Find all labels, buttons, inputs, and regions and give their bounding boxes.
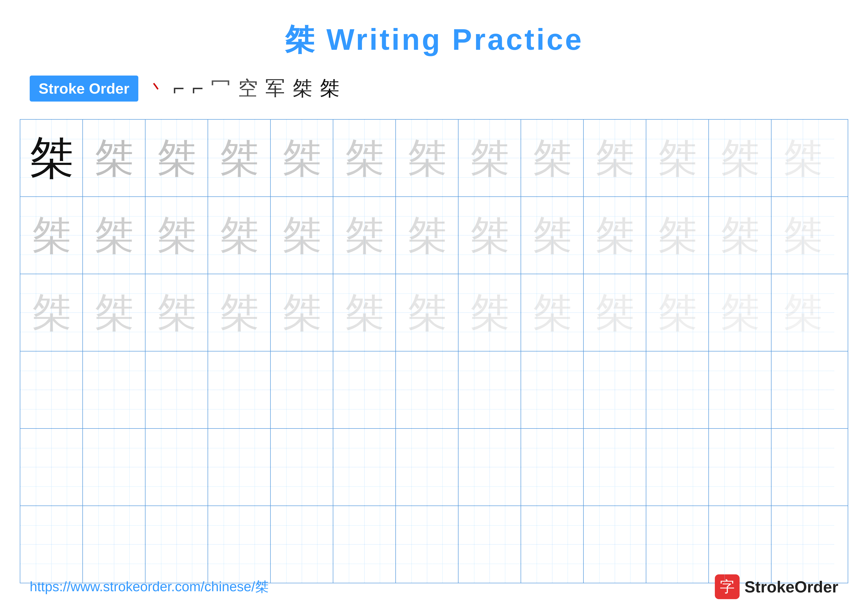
grid-cell[interactable]: 桀: [521, 274, 584, 351]
grid-cell[interactable]: [459, 351, 521, 428]
practice-character: 桀: [345, 216, 384, 255]
grid-cell[interactable]: [709, 351, 772, 428]
logo-icon: 字: [715, 574, 739, 599]
stroke-4: 冖: [211, 75, 231, 102]
grid-cell[interactable]: 桀: [459, 120, 521, 196]
grid-cell[interactable]: 桀: [584, 120, 646, 196]
grid-cell[interactable]: [396, 429, 459, 505]
grid-cell[interactable]: 桀: [396, 120, 459, 196]
grid-cell[interactable]: 桀: [333, 197, 396, 274]
grid-cell[interactable]: [208, 506, 271, 583]
grid-cell[interactable]: 桀: [146, 197, 208, 274]
grid-cell[interactable]: 桀: [83, 274, 146, 351]
grid-cell[interactable]: 桀: [584, 274, 646, 351]
grid-cell[interactable]: [146, 506, 208, 583]
grid-cell[interactable]: [521, 429, 584, 505]
practice-character: 桀: [720, 216, 760, 255]
grid-cell[interactable]: [709, 429, 772, 505]
grid-cell[interactable]: [521, 506, 584, 583]
grid-row: 桀 桀 桀 桀 桀: [20, 120, 848, 197]
grid-cell[interactable]: 桀: [83, 120, 146, 196]
grid-row: [20, 429, 848, 506]
grid-cell[interactable]: [709, 506, 772, 583]
grid-cell[interactable]: 桀: [271, 274, 333, 351]
practice-character: 桀: [32, 293, 71, 333]
grid-cell[interactable]: [396, 506, 459, 583]
grid-cell[interactable]: [584, 506, 646, 583]
grid-cell[interactable]: [333, 429, 396, 505]
grid-cell[interactable]: [146, 351, 208, 428]
grid-cell[interactable]: [772, 351, 834, 428]
grid-cell[interactable]: 桀: [20, 274, 83, 351]
stroke-3: ⌐: [192, 77, 204, 100]
grid-cell[interactable]: [20, 429, 83, 505]
grid-cell[interactable]: 桀: [772, 197, 834, 274]
grid-cell[interactable]: [20, 351, 83, 428]
grid-cell[interactable]: [646, 506, 709, 583]
grid-cell[interactable]: [396, 351, 459, 428]
grid-cell[interactable]: [271, 506, 333, 583]
grid-cell[interactable]: [459, 506, 521, 583]
grid-cell[interactable]: 桀: [709, 120, 772, 196]
grid-cell[interactable]: 桀: [333, 274, 396, 351]
grid-cell[interactable]: [584, 351, 646, 428]
grid-cell[interactable]: 桀: [772, 274, 834, 351]
grid-cell[interactable]: [20, 506, 83, 583]
practice-character: 桀: [29, 136, 74, 180]
practice-character: 桀: [94, 216, 134, 255]
grid-cell[interactable]: [584, 429, 646, 505]
grid-cell[interactable]: [83, 506, 146, 583]
grid-cell[interactable]: [646, 351, 709, 428]
grid-cell[interactable]: 桀: [396, 274, 459, 351]
grid-cell[interactable]: 桀: [20, 120, 83, 196]
grid-cell[interactable]: 桀: [459, 197, 521, 274]
practice-character: 桀: [720, 293, 760, 333]
grid-cell[interactable]: 桀: [584, 197, 646, 274]
grid-cell[interactable]: 桀: [396, 197, 459, 274]
grid-cell[interactable]: [772, 506, 834, 583]
grid-cell[interactable]: 桀: [20, 197, 83, 274]
grid-cell[interactable]: [646, 429, 709, 505]
grid-cell[interactable]: 桀: [146, 274, 208, 351]
practice-character: 桀: [532, 216, 572, 255]
grid-cell[interactable]: 桀: [459, 274, 521, 351]
grid-cell[interactable]: 桀: [146, 120, 208, 196]
grid-cell[interactable]: 桀: [521, 120, 584, 196]
practice-character: 桀: [783, 138, 823, 178]
grid-cell[interactable]: [459, 429, 521, 505]
practice-character: 桀: [658, 138, 697, 178]
grid-cell[interactable]: [208, 429, 271, 505]
grid-cell[interactable]: 桀: [83, 197, 146, 274]
grid-cell[interactable]: [146, 429, 208, 505]
grid-cell[interactable]: [333, 351, 396, 428]
grid-cell[interactable]: 桀: [208, 120, 271, 196]
grid-cell[interactable]: [83, 351, 146, 428]
grid-cell[interactable]: 桀: [646, 274, 709, 351]
grid-cell[interactable]: 桀: [271, 120, 333, 196]
grid-cell[interactable]: [208, 351, 271, 428]
grid-cell[interactable]: 桀: [271, 197, 333, 274]
footer: https://www.strokeorder.com/chinese/桀 字 …: [0, 574, 868, 599]
grid-cell[interactable]: [271, 429, 333, 505]
grid-cell[interactable]: [521, 351, 584, 428]
grid-cell[interactable]: 桀: [646, 120, 709, 196]
practice-character: 桀: [532, 293, 572, 333]
grid-cell[interactable]: 桀: [709, 274, 772, 351]
stroke-6: 军: [265, 75, 285, 102]
grid-cell[interactable]: 桀: [208, 274, 271, 351]
grid-cell[interactable]: 桀: [709, 197, 772, 274]
practice-character: 桀: [470, 293, 510, 333]
grid-cell[interactable]: 桀: [646, 197, 709, 274]
grid-cell[interactable]: 桀: [333, 120, 396, 196]
stroke-order-badge: Stroke Order: [30, 76, 138, 101]
grid-cell[interactable]: 桀: [208, 197, 271, 274]
grid-cell[interactable]: [83, 429, 146, 505]
practice-character: 桀: [470, 216, 510, 255]
grid-cell[interactable]: [333, 506, 396, 583]
grid-cell[interactable]: [271, 351, 333, 428]
practice-character: 桀: [220, 293, 259, 333]
grid-cell[interactable]: 桀: [772, 120, 834, 196]
stroke-1: 丶: [148, 77, 166, 100]
grid-cell[interactable]: 桀: [521, 197, 584, 274]
grid-cell[interactable]: [772, 429, 834, 505]
